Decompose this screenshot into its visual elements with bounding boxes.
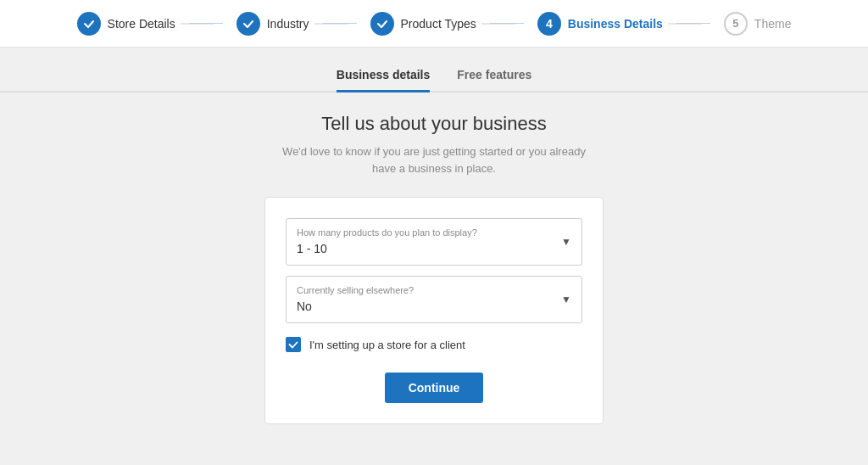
step-label-industry: Industry	[267, 17, 309, 31]
continue-button-container: Continue	[286, 369, 582, 403]
step-label-store-details: Store Details	[108, 17, 175, 31]
client-store-checkbox-row: I'm setting up a store for a client	[286, 337, 582, 352]
selling-value: No	[297, 300, 312, 313]
step-icon-store-details	[77, 12, 101, 36]
client-store-label: I'm setting up a store for a client	[309, 339, 465, 351]
step-label-product-types: Product Types	[401, 17, 476, 31]
selling-select[interactable]: Currently selling elsewhere? No ▼	[286, 276, 582, 323]
products-select[interactable]: How many products do you plan to display…	[286, 218, 582, 266]
step-industry: Industry	[223, 12, 323, 36]
selling-label: Currently selling elsewhere?	[297, 285, 571, 295]
step-icon-theme: 5	[724, 12, 748, 36]
step-label-business-details: Business Details	[568, 17, 663, 31]
continue-button[interactable]: Continue	[385, 373, 484, 403]
step-product-types: Product Types	[357, 12, 490, 36]
step-icon-product-types	[370, 12, 394, 36]
selling-arrow-icon: ▼	[561, 294, 571, 305]
step-store-details: Store Details	[64, 12, 189, 36]
main-content: Business details Free features Tell us a…	[0, 48, 868, 424]
stepper: Store Details Industry Product Types 4 B…	[0, 0, 868, 48]
form-card: How many products do you plan to display…	[264, 197, 604, 424]
client-store-checkbox[interactable]	[286, 337, 301, 352]
products-value: 1 - 10	[297, 242, 327, 255]
page-subtitle: We'd love to know if you are just gettin…	[281, 143, 587, 176]
tab-free-features[interactable]: Free features	[457, 68, 531, 92]
tab-business-details[interactable]: Business details	[337, 68, 431, 92]
page-heading: Tell us about your business We'd love to…	[281, 113, 587, 176]
step-icon-industry	[236, 12, 260, 36]
tab-bar: Business details Free features	[0, 68, 868, 92]
products-arrow-icon: ▼	[561, 236, 571, 248]
step-label-theme: Theme	[754, 17, 792, 31]
step-icon-business-details: 4	[537, 12, 561, 36]
products-label: How many products do you plan to display…	[297, 227, 571, 238]
step-business-details: 4 Business Details	[524, 12, 676, 36]
step-theme: 5 Theme	[710, 12, 805, 36]
page-title: Tell us about your business	[281, 113, 587, 135]
